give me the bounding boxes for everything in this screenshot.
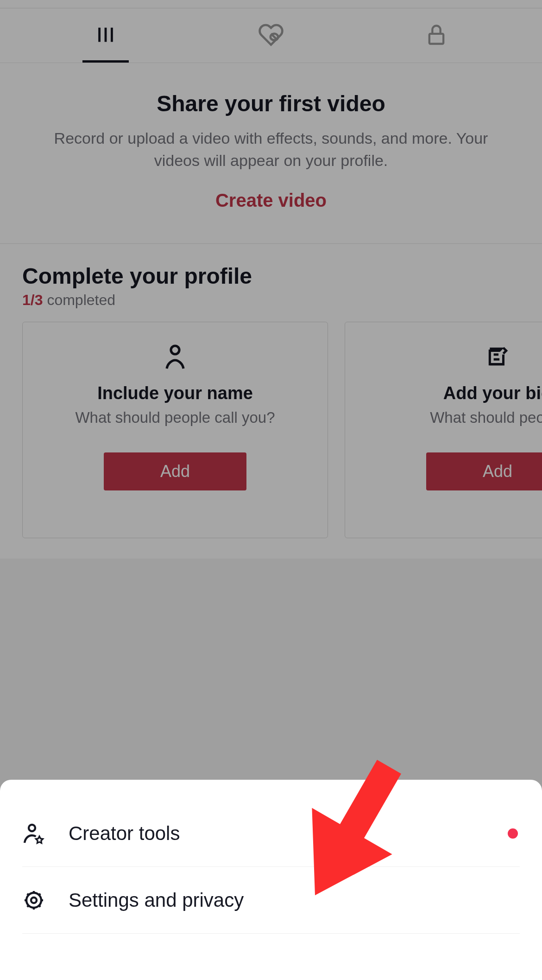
create-video-button[interactable]: Create video: [42, 190, 500, 211]
add-bio-button[interactable]: Add: [426, 452, 542, 490]
card-add-bio: Add your bio What should people Add: [345, 322, 542, 538]
card-desc: What should people: [430, 409, 542, 426]
options-bottom-sheet: Creator tools Settings and privacy: [0, 780, 542, 980]
tab-private[interactable]: [353, 8, 519, 63]
svg-point-11: [31, 897, 37, 903]
progress-count: 1/3: [22, 292, 43, 308]
progress-label: completed: [43, 292, 115, 308]
empty-title: Share your first video: [42, 91, 500, 116]
profile-tabs: [0, 8, 542, 63]
profile-cards: Include your name What should people cal…: [22, 322, 542, 538]
card-include-name: Include your name What should people cal…: [22, 322, 328, 538]
svg-point-6: [171, 346, 179, 354]
svg-point-9: [29, 825, 35, 831]
sheet-item-creator-tools[interactable]: Creator tools: [22, 800, 520, 867]
gear-icon: [22, 889, 45, 911]
add-name-button[interactable]: Add: [104, 452, 246, 490]
person-star-icon: [22, 822, 45, 845]
bio-edit-icon: [486, 344, 509, 369]
sheet-item-settings-privacy[interactable]: Settings and privacy: [22, 867, 520, 934]
grid-icon: [95, 24, 116, 47]
tab-liked[interactable]: [189, 8, 354, 63]
sheet-item-label: Settings and privacy: [69, 889, 244, 911]
complete-profile-title: Complete your profile: [22, 263, 542, 289]
complete-profile-section: Complete your profile 1/3 completed Incl…: [0, 244, 542, 559]
empty-description: Record or upload a video with effects, s…: [42, 127, 500, 172]
card-title: Include your name: [97, 383, 253, 403]
svg-rect-5: [429, 33, 443, 44]
card-desc: What should people call you?: [75, 409, 275, 426]
complete-profile-progress: 1/3 completed: [22, 292, 542, 309]
card-title: Add your bio: [443, 383, 542, 403]
notification-dot: [508, 828, 518, 839]
sheet-item-label: Creator tools: [69, 822, 180, 845]
heart-hidden-icon: [258, 22, 284, 50]
lock-icon: [424, 23, 448, 49]
person-icon: [164, 344, 187, 369]
empty-feed-state: Share your first video Record or upload …: [0, 63, 542, 244]
tab-feed[interactable]: [23, 8, 189, 63]
